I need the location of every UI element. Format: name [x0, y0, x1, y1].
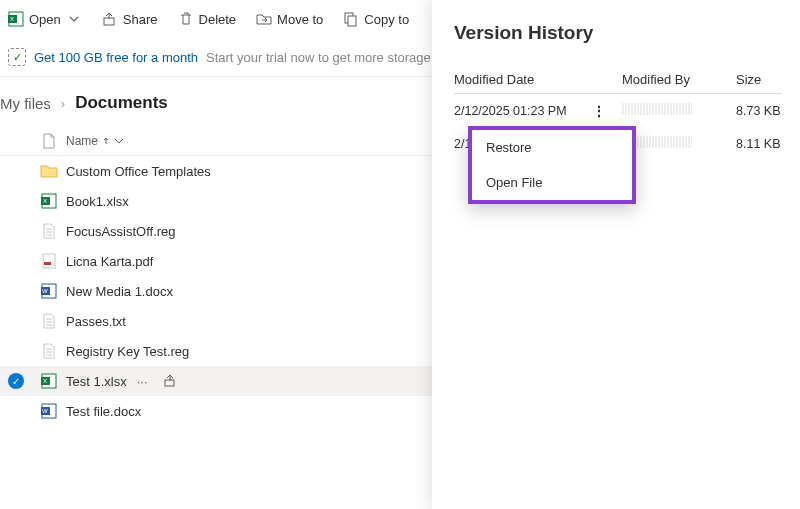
file-icon-header[interactable]: [32, 133, 66, 149]
copyto-icon: [343, 11, 359, 27]
version-by: [622, 103, 736, 118]
moveto-button[interactable]: Move to: [248, 6, 331, 32]
docx-icon: W: [32, 403, 66, 419]
menu-restore[interactable]: Restore: [472, 130, 632, 165]
copyto-label: Copy to: [364, 12, 409, 27]
copyto-button[interactable]: Copy to: [335, 6, 417, 32]
svg-rect-17: [44, 262, 51, 265]
chevron-down-icon: [66, 11, 82, 27]
share-button[interactable]: Share: [94, 6, 166, 32]
chevron-right-icon: ›: [61, 96, 65, 111]
version-history-panel: Version History Modified Date Modified B…: [432, 0, 800, 509]
vh-date-header[interactable]: Modified Date: [454, 72, 622, 87]
share-icon: [102, 11, 118, 27]
file-name[interactable]: New Media 1.docx: [66, 284, 173, 299]
file-name[interactable]: Licna Karta.pdf: [66, 254, 153, 269]
svg-text:X: X: [43, 198, 47, 204]
breadcrumb-current: Documents: [75, 93, 168, 113]
version-context-menu: Restore Open File: [468, 126, 636, 204]
svg-text:W: W: [42, 408, 48, 414]
docx-icon: W: [32, 283, 66, 299]
open-label: Open: [29, 12, 61, 27]
version-size: 8.11 KB: [736, 137, 782, 151]
folder-icon: [32, 163, 66, 179]
version-row[interactable]: 2/12/2025 01:23 PM⋮8.73 KB: [454, 94, 782, 127]
svg-text:X: X: [43, 378, 47, 384]
txt-icon: [32, 313, 66, 329]
file-name[interactable]: FocusAssistOff.reg: [66, 224, 176, 239]
chevron-down-icon: [114, 136, 124, 146]
reg-icon: [32, 223, 66, 239]
panel-title: Version History: [454, 22, 782, 44]
checkmark-icon[interactable]: ✓: [8, 373, 24, 389]
svg-text:W: W: [42, 288, 48, 294]
svg-rect-3: [104, 18, 114, 25]
moveto-icon: [256, 11, 272, 27]
delete-label: Delete: [199, 12, 237, 27]
file-name[interactable]: Passes.txt: [66, 314, 126, 329]
breadcrumb-parent[interactable]: My files: [0, 95, 51, 112]
pdf-icon: [32, 253, 66, 269]
vh-by-header[interactable]: Modified By: [622, 72, 736, 87]
delete-icon: [178, 11, 194, 27]
file-name[interactable]: Registry Key Test.reg: [66, 344, 189, 359]
file-name[interactable]: Test file.docx: [66, 404, 141, 419]
share-label: Share: [123, 12, 158, 27]
xlsx-icon: X: [32, 373, 66, 389]
version-history-header: Modified Date Modified By Size: [454, 72, 782, 94]
svg-text:X: X: [10, 16, 14, 22]
gift-icon: ✓: [8, 48, 26, 66]
version-size: 8.73 KB: [736, 104, 782, 118]
file-name[interactable]: Custom Office Templates: [66, 164, 211, 179]
xlsx-icon: X: [32, 193, 66, 209]
file-name[interactable]: Test 1.xlsx: [66, 374, 127, 389]
moveto-label: Move to: [277, 12, 323, 27]
vh-size-header[interactable]: Size: [736, 72, 782, 87]
more-button[interactable]: ···: [131, 374, 154, 389]
version-more-icon[interactable]: ⋮: [592, 103, 605, 119]
open-button[interactable]: X Open: [0, 6, 90, 32]
version-by: [622, 136, 736, 151]
sort-up-icon: [102, 137, 110, 145]
file-name[interactable]: Book1.xlsx: [66, 194, 129, 209]
menu-open-file[interactable]: Open File: [472, 165, 632, 200]
delete-button[interactable]: Delete: [170, 6, 245, 32]
banner-primary[interactable]: Get 100 GB free for a month: [34, 50, 198, 65]
svg-rect-16: [43, 254, 55, 268]
excel-icon: X: [8, 11, 24, 27]
reg-icon: [32, 343, 66, 359]
svg-rect-5: [348, 16, 356, 26]
row-share-icon[interactable]: [158, 374, 184, 388]
